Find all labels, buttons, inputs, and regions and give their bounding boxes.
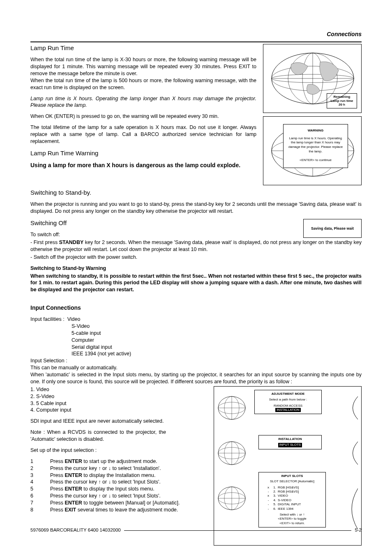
footer-page-number: 5-2 — [355, 527, 362, 534]
globe-icon — [217, 394, 246, 422]
menu-footer: <EXIT> to return. — [261, 521, 323, 525]
menu-item-selected: INSTALLATION — [275, 408, 301, 412]
menu-title: ADJUSTMENT MODE — [257, 392, 319, 396]
menu-row: -4.S-VIDEO — [266, 498, 323, 502]
menu-title: INPUT SLOTS — [261, 474, 323, 478]
menu-item-selected: INPUT SLOTS — [278, 443, 302, 447]
menu-row: x1.RGB [HS&VS] — [266, 486, 323, 490]
menu-footer: Select with ↓ or ↑ — [261, 513, 323, 517]
menu-subtitle: SLOT SELECTOR [Automatic] — [261, 479, 323, 484]
step-row: 1Press ENTER to start up the adjustment … — [30, 458, 209, 465]
input-facilities: Input facilities : Video S-Video 5-cable… — [30, 316, 362, 357]
figure-menus: ADJUSTMENT MODE Select a path from below… — [214, 386, 362, 546]
heading-lamp-run-time: Lamp Run Time — [30, 44, 256, 52]
step-row: 8Press EXIT several times to leave the a… — [30, 507, 209, 514]
globe-edge-icon — [346, 439, 358, 467]
menu-footer: <ENTER> to toggle — [261, 517, 323, 521]
globe-edge-icon — [346, 394, 358, 422]
body-text: Note : When a RCVDS is connected to the … — [30, 429, 166, 443]
globe-edge-icon — [346, 484, 358, 534]
body-text: - Switch off the projector with the powe… — [30, 254, 362, 261]
warning-body: When switching to standby, it is possibl… — [30, 273, 362, 294]
menu-row: -6.IEEE 1394 — [266, 507, 323, 511]
body-text: When the total run time of the lamp is 5… — [30, 77, 256, 91]
box-title: WARNING — [287, 129, 344, 133]
body-italic: Lamp run time is X hours. Operating the … — [30, 95, 256, 109]
menu-row: x3.VIDEO — [266, 494, 323, 498]
list-item: Serial digital input — [71, 344, 362, 351]
menu-subtitle: Select a path from below : — [257, 398, 319, 402]
step-row: 5Press ENTER to display the Input slots … — [30, 486, 209, 493]
box-label: Lamp run time — [330, 99, 353, 103]
body-text: When OK (ENTER) is pressed to go on, the… — [30, 113, 256, 120]
input-selection-label: Input Selection : — [30, 357, 362, 364]
menu-installation: INSTALLATION INPUT SLOTS — [258, 435, 322, 449]
step-row: 4Press the cursor key ↑ or ↓ to select '… — [30, 479, 209, 486]
menu-row: -2.RGB [HS&VS] — [266, 490, 323, 494]
globe-icon — [217, 439, 246, 467]
menu-input-slots: INPUT SLOTS SLOT SELECTOR [Automatic] x1… — [258, 472, 326, 527]
list-item: IEEE 1394 (not yet active) — [71, 350, 362, 357]
header-rule — [30, 41, 362, 42]
box-label: Remaining — [334, 95, 350, 99]
saving-box: Saving data, Please wait — [303, 219, 362, 238]
box-label: 20 h — [339, 103, 345, 106]
box-footer: <ENTER> to continue — [287, 158, 344, 163]
heading-input-connections: Input Connections — [30, 304, 362, 312]
warning-box: WARNING Lamp run time is X hours. Operat… — [283, 124, 348, 168]
list-item: 5-cable input — [71, 330, 362, 337]
body-text: When the projector is running and you wa… — [30, 201, 362, 215]
bold-warning: Using a lamp for more than X hours is da… — [30, 161, 256, 169]
figure-globe-warning: WARNING Lamp run time is X hours. Operat… — [263, 116, 362, 185]
body-text: The total lifetime of the lamp for a saf… — [30, 124, 256, 145]
heading-standby: Switching to Stand-by. — [30, 189, 362, 197]
menu-adjustment-mode: ADJUSTMENT MODE Select a path from below… — [254, 390, 322, 415]
list-item: Computer — [71, 337, 362, 344]
body-text: When the total run time of the lamp is X… — [30, 56, 256, 77]
menu-row: -5.DIGITAL INPUT — [266, 502, 323, 507]
step-row: 6Press the cursor key ↑ or ↓ to select '… — [30, 493, 209, 500]
page-header-title: Connections — [30, 30, 362, 38]
step-row: 2Press the cursor key ↑ or ↓ to select '… — [30, 465, 209, 472]
page-footer: 5976069 BARCOREALITY 6400 14032000 5-2 — [30, 527, 362, 534]
heading-lamp-warning: Lamp Run Time Warning — [30, 149, 256, 157]
globe-icon — [217, 484, 246, 512]
body-text: When 'automatic' is selected in the Inpu… — [30, 371, 362, 385]
box-body: Lamp run time is X hours. Operating the … — [287, 136, 344, 154]
body-text: This can be manually or automatically. — [30, 364, 362, 371]
body-text: - First press STANDBY key for 2 seconds.… — [30, 239, 362, 253]
remaining-lamp-box: Remaining Lamp run time 20 h — [327, 93, 357, 108]
menu-item: RANDOM ACCESS — [257, 404, 319, 408]
list-item: S-Video — [71, 323, 362, 330]
warning-subheading: Switching to Stand-by Warning — [30, 265, 362, 272]
step-row: 7Press ENTER to toggle between [Manual] … — [30, 500, 209, 507]
menu-title: INSTALLATION — [261, 437, 319, 441]
footer-left: 5976069 BARCOREALITY 6400 14032000 — [30, 527, 121, 534]
figure-globe-remaining: Remaining Lamp run time 20 h — [263, 44, 362, 113]
step-row: 3Press ENTER to display the Installation… — [30, 472, 209, 479]
